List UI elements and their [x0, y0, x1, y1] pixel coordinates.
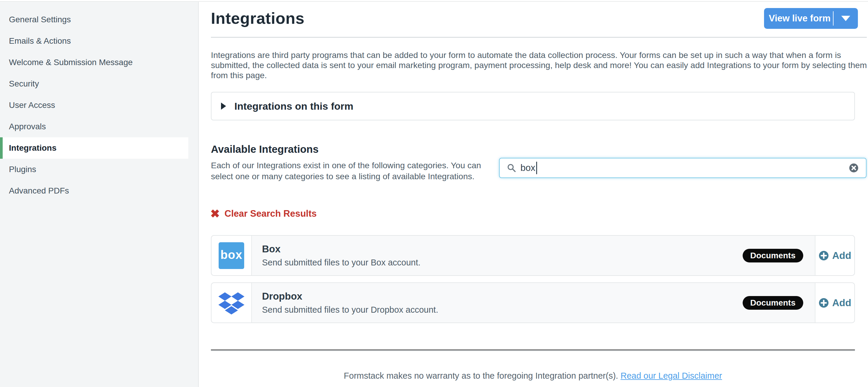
- integration-card-dropbox: Dropbox Send submitted files to your Dro…: [211, 282, 855, 323]
- integration-description: Send submitted files to your Dropbox acc…: [262, 305, 815, 315]
- add-label: Add: [832, 250, 851, 261]
- sidebar-item-advanced-pdfs[interactable]: Advanced PDFs: [0, 180, 198, 202]
- search-input-value: box: [521, 162, 535, 173]
- integration-card-box: box Box Send submitted files to your Box…: [211, 235, 855, 276]
- view-live-form-button[interactable]: View live form: [764, 8, 858, 29]
- category-badge[interactable]: Documents: [743, 296, 803, 310]
- dropbox-logo-cell: [212, 283, 252, 323]
- sidebar-item-integrations[interactable]: Integrations: [0, 137, 188, 159]
- box-card-body: Box Send submitted files to your Box acc…: [252, 236, 815, 275]
- integration-description: Send submitted files to your Box account…: [262, 258, 815, 268]
- sidebar-item-general-settings[interactable]: General Settings: [0, 9, 198, 30]
- circle-x-icon: [849, 163, 859, 173]
- legal-disclaimer-link[interactable]: Read our Legal Disclaimer: [621, 371, 722, 381]
- text-cursor: [536, 162, 537, 174]
- add-label: Add: [832, 297, 851, 308]
- integration-name: Box: [262, 243, 815, 255]
- caret-right-icon: [221, 102, 226, 110]
- page-title: Integrations: [211, 9, 305, 27]
- integrations-intro-text: Integrations are third party programs th…: [211, 50, 868, 80]
- footer-disclaimer: Formstack makes no warranty as to the fo…: [211, 371, 855, 381]
- add-dropbox-button[interactable]: Add: [815, 283, 854, 323]
- category-badge[interactable]: Documents: [743, 249, 803, 263]
- plus-circle-icon: [818, 298, 829, 308]
- box-logo-icon: box: [219, 242, 244, 269]
- plus-circle-icon: [818, 250, 829, 261]
- available-integrations-title: Available Integrations: [211, 143, 318, 155]
- integration-name: Dropbox: [262, 291, 815, 302]
- clear-input-button[interactable]: [849, 163, 859, 173]
- sidebar-item-user-access[interactable]: User Access: [0, 94, 198, 116]
- clear-search-results-link[interactable]: ✖ Clear Search Results: [210, 208, 317, 219]
- add-box-button[interactable]: Add: [815, 236, 854, 275]
- footer-text: Formstack makes no warranty as to the fo…: [344, 371, 621, 381]
- integration-search-input[interactable]: box: [499, 158, 867, 178]
- sidebar-item-plugins[interactable]: Plugins: [0, 159, 198, 180]
- dropbox-logo-icon: [218, 290, 245, 316]
- clear-search-results-label: Clear Search Results: [224, 208, 317, 219]
- sidebar-item-welcome-submission-message[interactable]: Welcome & Submission Message: [0, 52, 198, 73]
- dropbox-card-body: Dropbox Send submitted files to your Dro…: [252, 283, 815, 323]
- box-logo-cell: box: [212, 236, 252, 275]
- title-divider: [211, 37, 867, 38]
- sidebar-item-emails-actions[interactable]: Emails & Actions: [0, 30, 198, 52]
- available-integrations-description: Each of our Integrations exist in one of…: [211, 160, 496, 182]
- chevron-down-icon: [841, 16, 850, 21]
- view-live-form-label: View live form: [764, 13, 833, 24]
- integrations-on-this-form-label: Integrations on this form: [235, 100, 353, 112]
- x-icon: ✖: [210, 208, 220, 219]
- view-live-form-dropdown[interactable]: [834, 16, 858, 21]
- sidebar-item-security[interactable]: Security: [0, 73, 198, 94]
- magnifier-icon: [507, 163, 516, 173]
- sidebar-item-approvals[interactable]: Approvals: [0, 116, 198, 137]
- footer-divider: [211, 350, 855, 351]
- integrations-on-this-form-panel[interactable]: Integrations on this form: [211, 92, 855, 120]
- settings-sidebar: General Settings Emails & Actions Welcom…: [0, 2, 199, 387]
- integrations-settings-page: General Settings Emails & Actions Welcom…: [0, 0, 868, 387]
